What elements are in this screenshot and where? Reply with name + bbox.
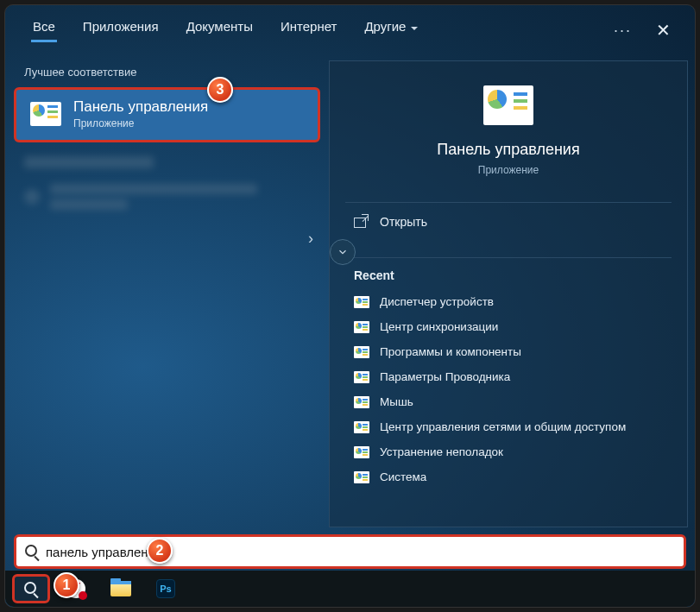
recent-list: Диспетчер устройств Центр синхронизации … — [330, 287, 687, 498]
recent-item-label: Центр управления сетями и общим доступом — [380, 420, 626, 433]
explorer-icon — [110, 581, 131, 596]
recent-item[interactable]: Параметры Проводника — [338, 364, 678, 389]
open-icon — [354, 216, 368, 228]
search-body: Лучшее соответствие Панель управления Пр… — [5, 55, 695, 534]
detail-title: Панель управления — [437, 141, 579, 159]
tab-all[interactable]: Все — [21, 14, 67, 47]
tab-docs[interactable]: Документы — [174, 14, 265, 47]
best-match-texts: Панель управления Приложение — [73, 98, 208, 129]
taskbar: Y Ps — [5, 571, 695, 607]
control-panel-icon — [354, 421, 369, 433]
recent-item[interactable]: Система — [338, 464, 678, 489]
search-icon — [24, 582, 38, 596]
annotation-badge-3: 3 — [207, 77, 233, 103]
control-panel-icon — [354, 471, 369, 483]
recent-item[interactable]: Центр управления сетями и общим доступом — [338, 414, 678, 439]
recent-item[interactable]: Диспетчер устройств — [338, 289, 678, 314]
best-match-subtitle: Приложение — [73, 117, 208, 129]
detail-right-pane: Панель управления Приложение Открыть Rec… — [329, 60, 688, 527]
recent-item-label: Программы и компоненты — [380, 345, 521, 358]
control-panel-icon — [30, 102, 61, 126]
results-left-pane: Лучшее соответствие Панель управления Пр… — [5, 55, 329, 534]
taskbar-explorer[interactable] — [102, 574, 140, 603]
recent-item-label: Параметры Проводника — [380, 370, 510, 383]
open-action[interactable]: Открыть — [330, 203, 687, 241]
recent-item[interactable]: Программы и компоненты — [338, 339, 678, 364]
control-panel-icon — [354, 446, 369, 458]
recent-item-label: Диспетчер устройств — [380, 295, 494, 308]
best-match-result[interactable]: Панель управления Приложение — [14, 87, 320, 142]
search-icon — [25, 545, 39, 558]
divider — [345, 257, 672, 258]
tab-apps[interactable]: Приложения — [71, 14, 171, 47]
best-match-title: Панель управления — [73, 98, 208, 116]
tab-more[interactable]: Другие — [352, 14, 430, 47]
search-window: Все Приложения Документы Интернет Другие… — [4, 4, 696, 608]
chevron-down-icon — [337, 246, 349, 258]
best-match-heading: Лучшее соответствие — [5, 62, 329, 87]
recent-item-label: Устранение неполадок — [380, 445, 503, 458]
close-button[interactable]: ✕ — [647, 20, 679, 41]
more-options-button[interactable]: ··· — [602, 22, 644, 40]
web-results-blurred — [5, 142, 329, 224]
detail-subtitle: Приложение — [478, 164, 539, 176]
tab-web[interactable]: Интернет — [268, 14, 349, 47]
collapse-toggle[interactable] — [330, 239, 356, 265]
recent-heading: Recent — [330, 258, 687, 287]
control-panel-icon — [354, 396, 369, 408]
search-bar[interactable] — [14, 534, 686, 569]
control-panel-icon — [354, 346, 369, 358]
control-panel-icon — [483, 85, 533, 125]
taskbar-photoshop[interactable]: Ps — [147, 574, 185, 603]
recent-item-label: Система — [380, 470, 426, 483]
search-tabs: Все Приложения Документы Интернет Другие… — [5, 5, 695, 55]
annotation-badge-2: 2 — [147, 538, 173, 564]
search-input[interactable] — [46, 545, 675, 559]
chevron-right-icon[interactable]: › — [308, 230, 313, 248]
recent-item[interactable]: Устранение неполадок — [338, 439, 678, 464]
photoshop-icon: Ps — [156, 579, 175, 598]
open-label: Открыть — [380, 215, 427, 229]
detail-hero: Панель управления Приложение — [330, 61, 687, 192]
annotation-badge-1: 1 — [54, 572, 79, 598]
recent-item[interactable]: Мышь — [338, 389, 678, 414]
taskbar-search-button[interactable] — [12, 574, 50, 603]
control-panel-icon — [354, 371, 369, 383]
control-panel-icon — [354, 321, 369, 333]
recent-item[interactable]: Центр синхронизации — [338, 314, 678, 339]
recent-item-label: Мышь — [380, 395, 413, 408]
control-panel-icon — [354, 296, 369, 308]
recent-item-label: Центр синхронизации — [380, 320, 498, 333]
